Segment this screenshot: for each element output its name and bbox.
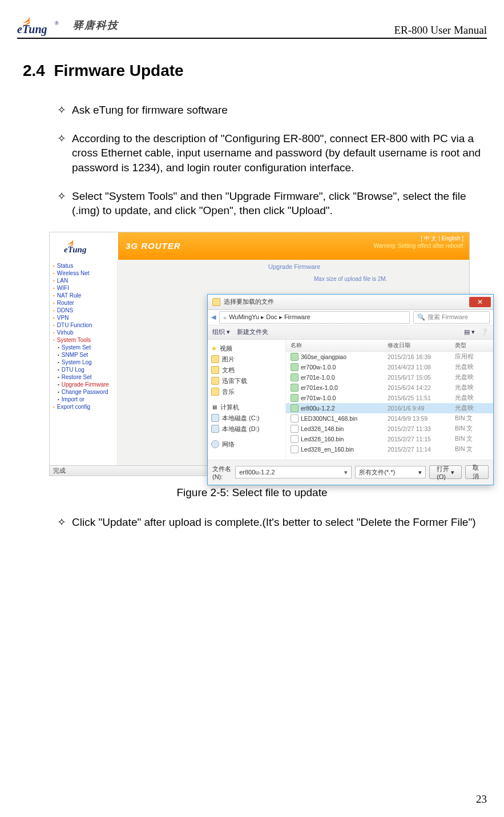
split-chevron-icon: ▾ [451,469,454,476]
file-icon [291,363,299,371]
router-logo: eTung [50,232,119,260]
sidebar-location[interactable]: 文档 [210,365,283,376]
upgrade-firmware-heading: Upgrade Firmware [268,263,320,270]
search-input[interactable]: 🔍 搜索 Firmware [413,311,490,324]
sidebar-item[interactable]: •VPN [50,314,117,321]
open-button[interactable]: 打开(O) ▾ [429,465,462,479]
breadcrumb-path[interactable]: « WuMingYu ▸ Doc ▸ Firmware [219,311,410,324]
language-switch[interactable]: [ 中 文 | English ] [374,235,463,242]
reboot-warning: Warning: Setting effect after reboot! [374,242,463,249]
file-open-dialog: 选择要加载的文件 ✕ ◀ « WuMingYu ▸ Doc ▸ Firmware… [207,294,494,485]
file-list-header: 名称 修改日期 类型 [286,340,493,352]
file-type-filter[interactable]: 所有文件(*.*) ▾ [355,466,426,478]
sidebar-location[interactable]: ★视频 [210,343,283,354]
filename-label: 文件名(N): [212,465,232,480]
close-button[interactable]: ✕ [469,297,491,307]
col-date-header[interactable]: 修改日期 [388,340,455,351]
file-icon [291,414,299,422]
sidebar-item[interactable]: •NAT Rule [50,292,117,299]
file-icon [291,394,299,402]
dialog-title: 选择要加载的文件 [224,297,274,306]
sidebar-subitem[interactable]: •DTU Log [50,366,117,373]
file-row[interactable]: 360se_qiangpiao2015/2/16 16:39应用程 [286,352,493,362]
sidebar-item[interactable]: •DDNS [50,307,117,314]
svg-text:eTung: eTung [64,245,87,254]
file-icon [291,435,299,443]
filename-input[interactable]: er800u-1.2.2 ▾ [235,466,352,478]
sidebar-subitem[interactable]: •Restore Set [50,373,117,381]
bullet-item: ✧ Click "Update" after upload is complet… [57,515,481,530]
sidebar-item[interactable]: •Router [50,299,117,307]
brand-logo: eTung ® 驿唐科技 [17,14,119,37]
router-header-bar: eTung 3G ROUTER [ 中 文 | English ] Warnin… [50,232,469,260]
file-icon [291,425,299,433]
status-left: 完成 [53,466,66,475]
sidebar-location[interactable]: 图片 [210,354,283,365]
bullet-item: ✧ According to the description of "Confi… [57,131,481,175]
router-title: 3G ROUTER [126,241,181,251]
file-icon [291,445,299,453]
dialog-sidebar: ★视频图片文档迅雷下载音乐🖥计算机本地磁盘 (C:)本地磁盘 (D:)网络 [208,340,286,460]
sidebar-location[interactable]: 音乐 [210,387,283,397]
sidebar-group-header[interactable]: 🖥计算机 [210,402,283,413]
col-name-header[interactable]: 名称 [286,340,388,351]
organize-menu[interactable]: 组织 ▾ [212,328,230,336]
chevron-down-icon[interactable]: ▾ [344,469,348,476]
sidebar-subitem[interactable]: •Import or [50,396,117,403]
sidebar-subitem[interactable]: •Upgrade Firmware [50,381,117,388]
sidebar-subitem[interactable]: •Change Password [50,388,117,396]
folder-icon [212,298,220,306]
file-row[interactable]: Led328_160.bin2015/2/27 11:15BIN 文 [286,434,493,444]
cancel-button[interactable]: 取消 [465,465,489,479]
etung-logo-icon: eTung ® [17,14,70,37]
file-icon [291,384,299,392]
upgrade-size-hint: Max size of upload file is 2M. [314,276,387,282]
sidebar-subitem[interactable]: •System Log [50,359,117,366]
nav-back-icon[interactable]: ◀ [211,313,216,321]
file-row[interactable]: er701w-1.0.02015/6/25 11:51光盘映 [286,393,493,403]
file-row[interactable]: er701e-1.0.02015/6/17 15:05光盘映 [286,372,493,383]
sidebar-item[interactable]: •WIFI [50,284,117,292]
help-icon[interactable]: ❔ [481,328,489,336]
diamond-icon: ✧ [57,103,66,118]
sidebar-subitem[interactable]: •System Set [50,344,117,351]
sidebar-subitem[interactable]: •SNMP Set [50,351,117,359]
section-heading: 2.4 Firmware Update [23,62,487,80]
file-row[interactable]: Led328_148.bin2015/2/27 11:33BIN 文 [286,424,493,434]
sidebar-item[interactable]: •LAN [50,277,117,284]
page-header: eTung ® 驿唐科技 ER-800 User Manual [17,0,487,37]
file-row[interactable]: Led328_en_160.bin2015/2/27 11:14BIN 文 [286,444,493,454]
sidebar-item[interactable]: •Wireless Net [50,269,117,277]
bullet-text: Ask eTung for firmware software [72,103,228,118]
sidebar-item[interactable]: •Status [50,262,117,269]
view-options-icon[interactable]: ▤ ▾ [464,328,475,336]
document-title: ER-800 User Manual [394,24,487,37]
sidebar-item[interactable]: •System Tools [50,336,117,344]
sidebar-location[interactable]: 迅雷下载 [210,376,283,387]
bullet-item: ✧ Select "System Tools" and then "Upgrad… [57,189,481,218]
file-icon [291,373,299,381]
chevron-down-icon: ▾ [418,469,422,476]
file-row[interactable]: er701ex-1.0.02015/6/24 14:22光盘映 [286,383,493,393]
bullet-item: ✧ Ask eTung for firmware software [57,103,481,118]
sidebar-item[interactable]: •Virhub [50,329,117,336]
new-folder-button[interactable]: 新建文件夹 [237,328,268,336]
bullet-text: Click "Update" after upload is complete.… [72,515,476,530]
sidebar-location[interactable]: 本地磁盘 (D:) [210,424,283,434]
dialog-toolbar: 组织 ▾ 新建文件夹 ▤ ▾ ❔ [208,325,493,340]
file-list: 名称 修改日期 类型 360se_qiangpiao2015/2/16 16:3… [286,340,493,460]
svg-text:®: ® [55,21,59,26]
sidebar-location[interactable]: 本地磁盘 (C:) [210,413,283,424]
sidebar-location[interactable]: 网络 [210,439,283,450]
file-icon [291,353,299,361]
diamond-icon: ✧ [57,131,66,175]
file-row[interactable]: er700w-1.0.02014/4/23 11:08光盘映 [286,362,493,372]
search-icon: 🔍 [417,313,425,321]
file-row[interactable]: LED300NC1_468.bin2014/9/9 13:59BIN 文 [286,413,493,424]
col-type-header[interactable]: 类型 [455,340,493,351]
bullet-text: According to the description of "Configu… [72,131,481,175]
sidebar-item[interactable]: •DTU Function [50,321,117,329]
sidebar-item[interactable]: •Export config [50,403,117,410]
file-row[interactable]: er800u-1.2.22016/1/6 9:49光盘映 [286,403,493,413]
figure-caption: Figure 2-5: Select file to update [17,486,487,499]
